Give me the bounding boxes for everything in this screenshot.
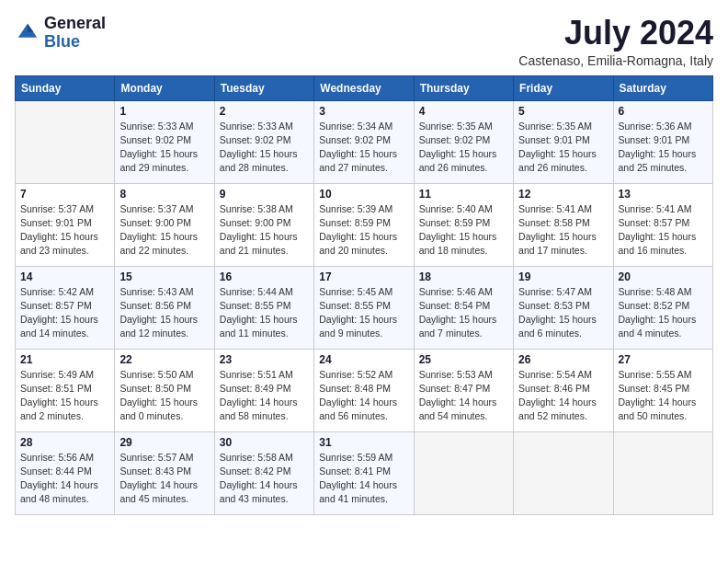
day-number: 22 xyxy=(119,353,209,366)
calendar-cell: 8Sunrise: 5:37 AM Sunset: 9:00 PM Daylig… xyxy=(115,183,214,266)
day-info: Sunrise: 5:35 AM Sunset: 9:02 PM Dayligh… xyxy=(419,120,508,176)
day-number: 14 xyxy=(20,270,109,283)
calendar-cell: 22Sunrise: 5:50 AM Sunset: 8:50 PM Dayli… xyxy=(115,349,214,431)
page-header: General Blue July 2024 Castenaso, Emilia… xyxy=(15,15,713,68)
calendar-cell: 1Sunrise: 5:33 AM Sunset: 9:02 PM Daylig… xyxy=(115,100,214,183)
calendar-cell: 20Sunrise: 5:48 AM Sunset: 8:52 PM Dayli… xyxy=(613,266,712,349)
day-number: 11 xyxy=(419,188,508,201)
calendar-week-5: 28Sunrise: 5:56 AM Sunset: 8:44 PM Dayli… xyxy=(16,431,713,514)
day-info: Sunrise: 5:44 AM Sunset: 8:55 PM Dayligh… xyxy=(220,285,309,341)
day-number: 18 xyxy=(419,270,508,283)
calendar-cell: 13Sunrise: 5:41 AM Sunset: 8:57 PM Dayli… xyxy=(613,183,712,266)
calendar-cell: 25Sunrise: 5:53 AM Sunset: 8:47 PM Dayli… xyxy=(414,349,513,431)
day-number: 31 xyxy=(319,436,408,449)
day-info: Sunrise: 5:43 AM Sunset: 8:56 PM Dayligh… xyxy=(119,285,209,341)
calendar-cell: 23Sunrise: 5:51 AM Sunset: 8:49 PM Dayli… xyxy=(214,349,313,431)
day-number: 19 xyxy=(518,270,608,283)
day-number: 24 xyxy=(319,353,408,366)
day-number: 3 xyxy=(319,105,408,118)
calendar-cell: 14Sunrise: 5:42 AM Sunset: 8:57 PM Dayli… xyxy=(16,266,115,349)
day-info: Sunrise: 5:49 AM Sunset: 8:51 PM Dayligh… xyxy=(20,368,109,424)
calendar-cell: 27Sunrise: 5:55 AM Sunset: 8:45 PM Dayli… xyxy=(613,349,712,431)
calendar-cell: 9Sunrise: 5:38 AM Sunset: 9:00 PM Daylig… xyxy=(214,183,313,266)
day-info: Sunrise: 5:41 AM Sunset: 8:58 PM Dayligh… xyxy=(518,202,608,259)
calendar-cell: 6Sunrise: 5:36 AM Sunset: 9:01 PM Daylig… xyxy=(613,100,712,183)
day-info: Sunrise: 5:33 AM Sunset: 9:02 PM Dayligh… xyxy=(220,120,309,176)
day-info: Sunrise: 5:53 AM Sunset: 8:47 PM Dayligh… xyxy=(419,368,508,424)
day-info: Sunrise: 5:45 AM Sunset: 8:55 PM Dayligh… xyxy=(319,285,408,341)
title-area: July 2024 Castenaso, Emilia-Romagna, Ita… xyxy=(518,15,713,68)
header-sunday: Sunday xyxy=(16,75,115,100)
calendar-cell: 28Sunrise: 5:56 AM Sunset: 8:44 PM Dayli… xyxy=(16,431,115,514)
header-monday: Monday xyxy=(115,75,214,100)
calendar-cell: 16Sunrise: 5:44 AM Sunset: 8:55 PM Dayli… xyxy=(214,266,313,349)
logo-icon xyxy=(15,20,40,46)
day-info: Sunrise: 5:47 AM Sunset: 8:53 PM Dayligh… xyxy=(518,285,608,341)
day-info: Sunrise: 5:59 AM Sunset: 8:41 PM Dayligh… xyxy=(319,451,408,507)
calendar-cell: 18Sunrise: 5:46 AM Sunset: 8:54 PM Dayli… xyxy=(414,266,513,349)
day-number: 5 xyxy=(518,105,608,118)
day-info: Sunrise: 5:54 AM Sunset: 8:46 PM Dayligh… xyxy=(518,368,608,424)
day-info: Sunrise: 5:34 AM Sunset: 9:02 PM Dayligh… xyxy=(319,120,408,176)
day-info: Sunrise: 5:48 AM Sunset: 8:52 PM Dayligh… xyxy=(619,285,708,341)
header-saturday: Saturday xyxy=(613,75,712,100)
header-friday: Friday xyxy=(514,75,613,100)
calendar-cell: 15Sunrise: 5:43 AM Sunset: 8:56 PM Dayli… xyxy=(115,266,214,349)
calendar-table: SundayMondayTuesdayWednesdayThursdayFrid… xyxy=(15,75,713,515)
day-number: 9 xyxy=(220,188,309,201)
day-number: 6 xyxy=(619,105,708,118)
day-number: 8 xyxy=(119,188,209,201)
day-info: Sunrise: 5:51 AM Sunset: 8:49 PM Dayligh… xyxy=(220,368,309,424)
calendar-cell: 4Sunrise: 5:35 AM Sunset: 9:02 PM Daylig… xyxy=(414,100,513,183)
header-tuesday: Tuesday xyxy=(214,75,313,100)
calendar-cell xyxy=(514,431,613,514)
location-text: Castenaso, Emilia-Romagna, Italy xyxy=(518,53,713,68)
day-number: 28 xyxy=(20,436,109,449)
calendar-cell: 24Sunrise: 5:52 AM Sunset: 8:48 PM Dayli… xyxy=(314,349,414,431)
calendar-cell xyxy=(414,431,513,514)
day-info: Sunrise: 5:35 AM Sunset: 9:01 PM Dayligh… xyxy=(518,120,608,176)
day-number: 10 xyxy=(319,188,408,201)
day-number: 23 xyxy=(220,353,309,366)
day-number: 17 xyxy=(319,270,408,283)
calendar-cell: 10Sunrise: 5:39 AM Sunset: 8:59 PM Dayli… xyxy=(314,183,414,266)
calendar-week-4: 21Sunrise: 5:49 AM Sunset: 8:51 PM Dayli… xyxy=(16,349,713,431)
calendar-cell: 26Sunrise: 5:54 AM Sunset: 8:46 PM Dayli… xyxy=(514,349,613,431)
calendar-cell: 17Sunrise: 5:45 AM Sunset: 8:55 PM Dayli… xyxy=(314,266,414,349)
header-thursday: Thursday xyxy=(414,75,513,100)
day-info: Sunrise: 5:37 AM Sunset: 9:01 PM Dayligh… xyxy=(20,202,109,259)
logo-general-text: General xyxy=(44,15,106,33)
calendar-cell: 12Sunrise: 5:41 AM Sunset: 8:58 PM Dayli… xyxy=(514,183,613,266)
day-info: Sunrise: 5:37 AM Sunset: 9:00 PM Dayligh… xyxy=(119,202,209,259)
day-info: Sunrise: 5:58 AM Sunset: 8:42 PM Dayligh… xyxy=(220,451,309,507)
calendar-week-3: 14Sunrise: 5:42 AM Sunset: 8:57 PM Dayli… xyxy=(16,266,713,349)
calendar-cell: 7Sunrise: 5:37 AM Sunset: 9:01 PM Daylig… xyxy=(16,183,115,266)
day-info: Sunrise: 5:52 AM Sunset: 8:48 PM Dayligh… xyxy=(319,368,408,424)
logo-text: General Blue xyxy=(44,15,106,52)
day-info: Sunrise: 5:55 AM Sunset: 8:45 PM Dayligh… xyxy=(619,368,708,424)
day-number: 30 xyxy=(220,436,309,449)
day-number: 7 xyxy=(20,188,109,201)
calendar-cell xyxy=(613,431,712,514)
day-number: 1 xyxy=(119,105,209,118)
day-info: Sunrise: 5:39 AM Sunset: 8:59 PM Dayligh… xyxy=(319,202,408,259)
calendar-cell: 21Sunrise: 5:49 AM Sunset: 8:51 PM Dayli… xyxy=(16,349,115,431)
calendar-cell: 29Sunrise: 5:57 AM Sunset: 8:43 PM Dayli… xyxy=(115,431,214,514)
header-wednesday: Wednesday xyxy=(314,75,414,100)
logo-blue-text: Blue xyxy=(44,33,106,52)
day-info: Sunrise: 5:33 AM Sunset: 9:02 PM Dayligh… xyxy=(119,120,209,176)
day-number: 27 xyxy=(619,353,708,366)
day-number: 12 xyxy=(518,188,608,201)
calendar-cell: 11Sunrise: 5:40 AM Sunset: 8:59 PM Dayli… xyxy=(414,183,513,266)
calendar-cell: 2Sunrise: 5:33 AM Sunset: 9:02 PM Daylig… xyxy=(214,100,313,183)
calendar-cell: 19Sunrise: 5:47 AM Sunset: 8:53 PM Dayli… xyxy=(514,266,613,349)
day-number: 21 xyxy=(20,353,109,366)
day-number: 20 xyxy=(619,270,708,283)
day-number: 26 xyxy=(518,353,608,366)
day-info: Sunrise: 5:50 AM Sunset: 8:50 PM Dayligh… xyxy=(119,368,209,424)
svg-marker-1 xyxy=(28,24,34,32)
month-title: July 2024 xyxy=(518,15,713,52)
day-info: Sunrise: 5:56 AM Sunset: 8:44 PM Dayligh… xyxy=(20,451,109,507)
day-info: Sunrise: 5:41 AM Sunset: 8:57 PM Dayligh… xyxy=(619,202,708,259)
calendar-week-2: 7Sunrise: 5:37 AM Sunset: 9:01 PM Daylig… xyxy=(16,183,713,266)
